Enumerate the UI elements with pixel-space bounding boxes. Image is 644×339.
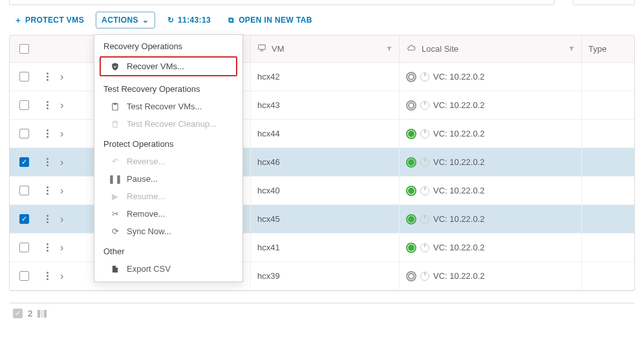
menu-item-sync[interactable]: ⟳ Sync Now... [94, 223, 242, 240]
column-type-label: Type [588, 44, 606, 54]
status-icon [406, 129, 416, 139]
menu-group-other: Other [94, 240, 242, 260]
row-actions-icon[interactable] [43, 72, 51, 81]
cloud-icon [406, 43, 416, 54]
column-header-vm[interactable]: VM [250, 36, 399, 62]
plus-icon: ＋ [14, 16, 22, 24]
status-icon [406, 186, 416, 196]
power-icon [420, 129, 429, 138]
row-checkbox[interactable] [19, 243, 29, 252]
power-icon [420, 243, 429, 252]
menu-item-test-recover[interactable]: Test Recover VMs... [94, 98, 242, 115]
undo-icon: ↶ [110, 157, 120, 166]
vm-name: hcx39 [257, 271, 280, 281]
select-all-checkbox[interactable] [19, 44, 29, 54]
menu-remove-label: Remove... [127, 209, 165, 219]
menu-item-export-csv[interactable]: Export CSV [94, 260, 242, 278]
expand-row-icon[interactable]: › [60, 100, 63, 111]
expand-row-icon[interactable]: › [60, 213, 63, 225]
power-icon [420, 215, 429, 224]
vm-name: hcx40 [257, 186, 280, 195]
vm-icon [257, 43, 266, 54]
menu-group-recovery: Recovery Operations [94, 35, 242, 55]
row-checkbox[interactable] [19, 129, 29, 138]
row-actions-icon[interactable] [43, 272, 51, 280]
expand-row-icon[interactable]: › [60, 242, 63, 254]
column-vm-label: VM [272, 44, 284, 54]
row-actions-icon[interactable] [43, 101, 51, 109]
clipboard-icon [110, 102, 120, 111]
menu-export-label: Export CSV [127, 264, 171, 274]
grid-footer: 2 [9, 303, 635, 323]
vm-name: hcx42 [257, 72, 280, 82]
protect-vms-button[interactable]: ＋ PROTECT VMS [9, 12, 89, 28]
site-name: VC: 10.22.0.2 [433, 214, 485, 224]
expand-row-icon[interactable]: › [60, 270, 63, 282]
power-icon [420, 186, 429, 195]
open-new-tab-button[interactable]: ⧉ OPEN IN NEW TAB [222, 12, 317, 28]
pause-icon: ❚❚ [110, 174, 120, 184]
play-icon: ▶ [110, 191, 120, 201]
column-header-local-site[interactable]: Local Site [399, 36, 581, 62]
row-actions-icon[interactable] [43, 215, 51, 223]
filter-icon[interactable] [568, 44, 575, 54]
expand-row-icon[interactable]: › [60, 128, 63, 140]
menu-item-pause[interactable]: ❚❚ Pause... [94, 170, 242, 188]
protect-vms-label: PROTECT VMS [25, 16, 84, 25]
row-checkbox[interactable] [19, 157, 29, 167]
expand-row-icon[interactable]: › [60, 157, 63, 168]
expand-row-icon[interactable]: › [60, 71, 63, 83]
vm-name: hcx46 [257, 157, 280, 167]
site-name: VC: 10.22.0.2 [433, 243, 485, 252]
row-checkbox[interactable] [19, 100, 29, 110]
sync-icon: ⟳ [110, 226, 120, 236]
status-icon [406, 243, 416, 253]
refresh-time-button[interactable]: ↻ 11:43:13 [162, 12, 216, 28]
menu-test-recover-label: Test Recover VMs... [127, 102, 202, 111]
site-name: VC: 10.22.0.2 [433, 186, 485, 195]
power-icon [420, 72, 429, 82]
scissors-icon: ✂ [110, 209, 120, 219]
row-actions-icon[interactable] [43, 158, 51, 166]
row-actions-icon[interactable] [43, 186, 51, 195]
row-actions-icon[interactable] [43, 129, 51, 138]
actions-dropdown-button[interactable]: ACTIONS ⌄ [96, 12, 155, 28]
vm-name: hcx41 [257, 243, 280, 252]
row-checkbox[interactable] [19, 271, 29, 281]
panel-stub-right [573, 0, 635, 5]
row-checkbox[interactable] [19, 214, 29, 224]
status-icon [406, 100, 416, 111]
vm-name: hcx43 [257, 100, 280, 110]
filter-icon[interactable] [386, 44, 392, 54]
menu-item-resume: ▶ Resume... [94, 188, 242, 205]
svg-rect-0 [259, 45, 266, 49]
external-link-icon: ⧉ [228, 16, 235, 24]
column-header-type[interactable]: Type [581, 36, 634, 62]
menu-group-protect: Protect Operations [94, 133, 242, 153]
row-actions-icon[interactable] [43, 243, 51, 252]
column-site-label: Local Site [422, 44, 458, 54]
menu-recover-label: Recover VMs... [127, 61, 184, 71]
row-checkbox[interactable] [19, 186, 29, 195]
menu-item-test-cleanup: Test Recover Cleanup... [94, 115, 242, 133]
menu-item-reverse: ↶ Reverse... [94, 153, 242, 170]
row-checkbox[interactable] [19, 72, 29, 82]
menu-pause-label: Pause... [127, 174, 158, 184]
open-new-tab-label: OPEN IN NEW TAB [239, 16, 312, 25]
status-icon [406, 271, 416, 281]
footer-selected-icon [13, 309, 23, 318]
expand-row-icon[interactable]: › [60, 185, 63, 197]
power-icon [420, 272, 429, 281]
menu-item-remove[interactable]: ✂ Remove... [94, 205, 242, 223]
trash-icon [110, 120, 120, 129]
menu-sync-label: Sync Now... [127, 226, 171, 236]
menu-item-recover-vms[interactable]: Recover VMs... [100, 56, 237, 76]
status-icon [406, 157, 416, 168]
export-icon [110, 265, 120, 274]
site-name: VC: 10.22.0.2 [433, 129, 485, 138]
menu-test-cleanup-label: Test Recover Cleanup... [127, 119, 217, 129]
column-picker-icon[interactable] [38, 310, 47, 318]
menu-group-test: Test Recovery Operations [94, 78, 242, 98]
menu-reverse-label: Reverse... [127, 157, 165, 166]
power-icon [420, 101, 429, 110]
